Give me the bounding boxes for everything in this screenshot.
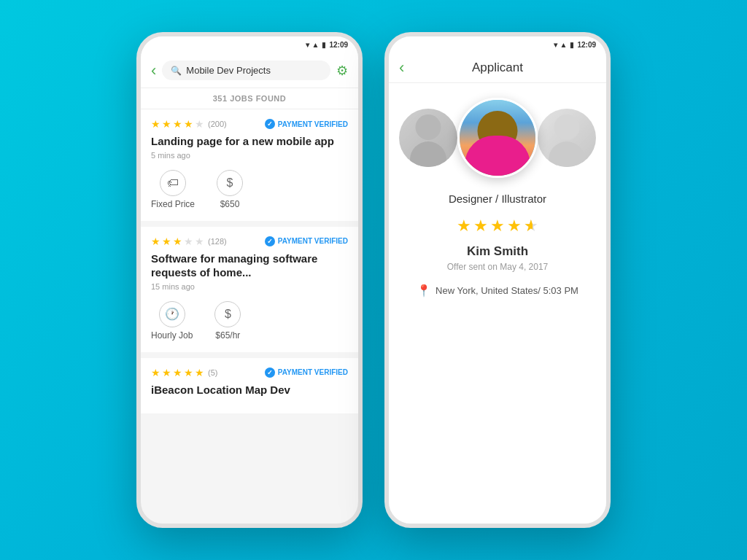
jobs-count: 351 JOBS FOUND — [141, 88, 358, 109]
applicant-page-title: Applicant — [472, 61, 523, 75]
hourly-type-label: Hourly Job — [151, 330, 193, 341]
job-card-1[interactable]: ★ ★ ★ ★ ★ (200) ✓ PAYMENT VERIFIED Landi… — [141, 109, 358, 227]
avatar-left — [399, 109, 457, 167]
verified-icon-2: ✓ — [265, 236, 275, 246]
side-head-left — [416, 114, 441, 140]
person-body — [465, 136, 530, 176]
payment-verified-1: ✓ PAYMENT VERIFIED — [265, 119, 348, 129]
star-4: ★ — [184, 367, 193, 378]
hourly-price-label: $65/hr — [215, 330, 240, 341]
side-body-right — [549, 141, 585, 167]
star-5: ★ — [195, 367, 204, 378]
dollar-icon: $ — [217, 170, 243, 196]
signal-icon: ▲ — [312, 41, 320, 49]
back-button[interactable]: ‹ — [151, 63, 156, 79]
review-count-2: (128) — [208, 237, 227, 246]
a-star-2: ★ — [473, 217, 488, 236]
time-1: 12:09 — [329, 41, 348, 49]
avatar-center — [457, 98, 538, 178]
star-1: ★ — [151, 118, 160, 130]
side-person-left — [399, 109, 457, 167]
job-details-1: 🏷 Fixed Price $ $650 — [151, 167, 348, 212]
wifi-icon-2: ▾ — [554, 41, 557, 49]
star-5: ★ — [195, 118, 204, 130]
star-3: ★ — [173, 367, 182, 378]
status-icons-1: ▾ ▲ ▮ 12:09 — [306, 41, 348, 49]
star-1: ★ — [151, 236, 160, 247]
time-2: 12:09 — [577, 41, 596, 49]
payment-verified-2: ✓ PAYMENT VERIFIED — [265, 236, 348, 246]
applicant-header: ‹ Applicant — [389, 53, 606, 83]
job-card-2[interactable]: ★ ★ ★ ★ ★ (128) ✓ PAYMENT VERIFIED Softw… — [141, 227, 358, 358]
offer-text: Offer sent on May 4, 2017 — [447, 262, 549, 272]
battery-icon: ▮ — [322, 41, 326, 49]
applicant-role: Designer / Illustrator — [449, 192, 546, 205]
location-text: New York, United States/ 5:03 PM — [436, 285, 578, 296]
price-item: $ $650 — [217, 170, 243, 209]
price-label: $650 — [220, 199, 240, 209]
star-3: ★ — [173, 236, 182, 247]
side-person-right — [538, 109, 596, 167]
dollar-icon-2: $ — [214, 301, 241, 327]
search-header: ‹ 🔍 Mobile Dev Projects ⚙ — [141, 53, 358, 88]
signal-icon-2: ▲ — [560, 41, 568, 49]
star-1: ★ — [151, 367, 160, 378]
job-title-2: Software for managing software requests … — [151, 252, 348, 280]
phone-1: ▾ ▲ ▮ 12:09 ‹ 🔍 Mobile Dev Projects ⚙ 35… — [136, 32, 363, 528]
applicant-content: Designer / Illustrator ★ ★ ★ ★ ★★ Kim Sm… — [389, 83, 606, 524]
location-row: 📍 New York, United States/ 5:03 PM — [417, 284, 578, 298]
star-3: ★ — [173, 118, 182, 130]
status-bar-1: ▾ ▲ ▮ 12:09 — [141, 36, 358, 53]
a-star-1: ★ — [457, 217, 471, 236]
avatar-image — [460, 100, 535, 176]
status-bar-2: ▾ ▲ ▮ 12:09 — [389, 36, 606, 53]
job-time-1: 5 mins ago — [151, 151, 348, 160]
review-count-3: (5) — [208, 368, 217, 377]
a-star-4: ★ — [507, 217, 522, 236]
job-card-3-header: ★ ★ ★ ★ ★ (5) ✓ PAYMENT VERIFIED — [151, 367, 348, 378]
search-bar[interactable]: 🔍 Mobile Dev Projects — [162, 61, 330, 80]
battery-icon-2: ▮ — [570, 41, 574, 49]
star-2: ★ — [162, 236, 171, 247]
price-type-item: 🏷 Fixed Price — [151, 170, 195, 209]
payment-verified-3: ✓ PAYMENT VERIFIED — [265, 368, 348, 378]
job-card-2-header: ★ ★ ★ ★ ★ (128) ✓ PAYMENT VERIFIED — [151, 236, 348, 247]
star-2: ★ — [162, 118, 171, 130]
clock-icon: 🕐 — [159, 301, 185, 327]
star-4: ★ — [184, 118, 193, 130]
job-card-3[interactable]: ★ ★ ★ ★ ★ (5) ✓ PAYMENT VERIFIED iBeacon… — [141, 358, 358, 420]
a-star-5: ★★ — [524, 217, 538, 236]
job-3-rating: ★ ★ ★ ★ ★ (5) — [151, 367, 217, 378]
hourly-price-item: $ $65/hr — [214, 301, 241, 341]
verified-icon-1: ✓ — [265, 119, 275, 129]
back-button-2[interactable]: ‹ — [399, 60, 404, 76]
job-time-2: 15 mins ago — [151, 282, 348, 291]
status-icons-2: ▾ ▲ ▮ 12:09 — [554, 41, 596, 49]
job-details-2: 🕐 Hourly Job $ $65/hr — [151, 298, 348, 343]
job-title-1: Landing page for a new mobile app — [151, 134, 348, 149]
applicant-rating: ★ ★ ★ ★ ★★ — [457, 217, 538, 236]
hourly-type-item: 🕐 Hourly Job — [151, 301, 193, 341]
search-icon: 🔍 — [171, 66, 182, 76]
side-body-left — [410, 141, 446, 167]
phone-2: ▾ ▲ ▮ 12:09 ‹ Applicant — [384, 32, 611, 528]
star-5: ★ — [195, 236, 204, 247]
job-card-1-header: ★ ★ ★ ★ ★ (200) ✓ PAYMENT VERIFIED — [151, 118, 348, 130]
star-2: ★ — [162, 367, 171, 378]
price-type-label: Fixed Price — [151, 199, 195, 209]
verified-icon-3: ✓ — [265, 368, 275, 378]
star-4: ★ — [184, 236, 193, 247]
search-text: Mobile Dev Projects — [186, 65, 271, 76]
tag-icon: 🏷 — [160, 170, 186, 196]
a-star-3: ★ — [490, 217, 505, 236]
avatar-row — [399, 98, 596, 178]
review-count-1: (200) — [208, 120, 227, 128]
side-head-right — [554, 114, 580, 140]
wifi-icon: ▾ — [306, 41, 309, 49]
applicant-name: Kim Smith — [467, 244, 528, 259]
job-title-3: iBeacon Location Map Dev — [151, 383, 348, 397]
location-icon: 📍 — [417, 284, 431, 298]
filter-icon[interactable]: ⚙ — [336, 63, 348, 79]
job-1-rating: ★ ★ ★ ★ ★ (200) — [151, 118, 227, 130]
job-2-rating: ★ ★ ★ ★ ★ (128) — [151, 236, 227, 247]
